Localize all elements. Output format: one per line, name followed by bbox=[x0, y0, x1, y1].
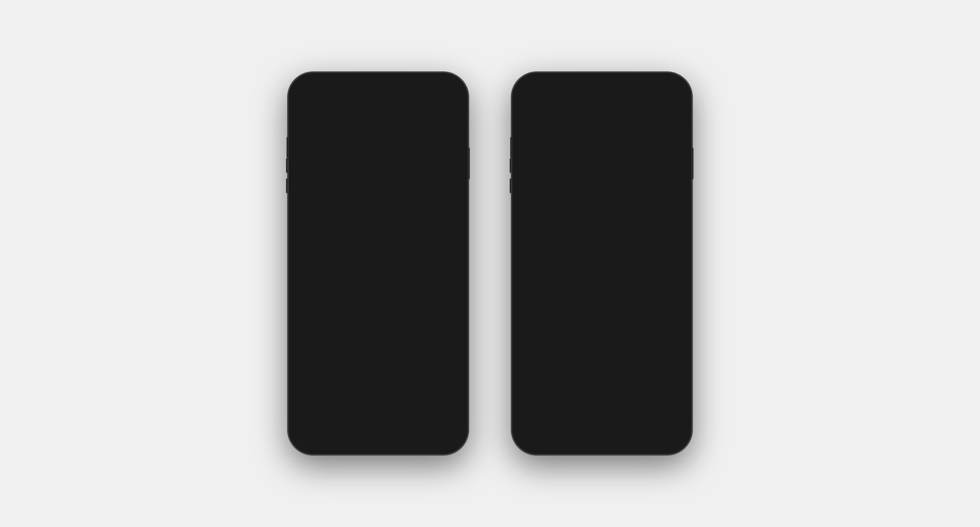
battery-icon-2 bbox=[654, 87, 666, 93]
player-ability-header-2: Player Ability Comparisons bbox=[516, 140, 688, 161]
list-item[interactable]: LPGA TOUR - Top 25 Players bbox=[296, 408, 464, 432]
list-item[interactable]: Female D1 College bbox=[520, 261, 688, 285]
item-label: LPGA TOUR - Top 25 Players bbox=[306, 415, 411, 424]
bottom-sheet-1[interactable]: ✕ TOUR - Top 25 Players TOUR - Average ✓… bbox=[296, 175, 464, 447]
item-label: Female 10 Handicap bbox=[529, 366, 603, 375]
display-prefs-title-1: Display Preferences bbox=[301, 126, 455, 138]
list-item[interactable]: Male 15 Handicap bbox=[296, 383, 464, 408]
item-label: Female D1 College bbox=[529, 268, 598, 277]
home-indicator-1 bbox=[356, 438, 409, 440]
wifi-icon-1: ⌘ bbox=[421, 86, 428, 94]
item-label: Male Plus Handicap bbox=[306, 293, 377, 302]
display-prefs-header-1: Display Preferences bbox=[292, 118, 464, 145]
sheet-handle-1 bbox=[373, 180, 392, 183]
back-button-2[interactable]: ‹ Back bbox=[524, 104, 544, 113]
list-item[interactable]: TOUR - Average ✓ bbox=[296, 212, 464, 236]
nav-bar-1: ‹ Back ⌕ ⊙ 🔔 ⊕ bbox=[292, 100, 464, 118]
list-item[interactable]: TOUR - Average bbox=[520, 408, 688, 432]
nav-icons-2: ⌕ ⊙ 🔔 ⊕ bbox=[630, 104, 680, 113]
player-ability-header-1: Player Ability Comparisons bbox=[292, 145, 464, 167]
item-label: Male D1 College - Top 25 Players bbox=[306, 244, 424, 253]
status-icons-2: ⌘ 84 bbox=[633, 86, 675, 94]
list-item[interactable]: Female 10 Handicap bbox=[520, 359, 688, 383]
item-label: Male 15 Handicap bbox=[306, 391, 370, 400]
list-item[interactable]: Female Plus Handicap bbox=[520, 285, 688, 310]
display-prefs-header-2: Display Preferences bbox=[516, 118, 688, 139]
back-button-1[interactable]: ‹ Back bbox=[300, 104, 321, 113]
list-item[interactable]: LPGA TOUR - Average ✓ bbox=[520, 212, 688, 236]
item-label: Male 5 Handicap bbox=[306, 342, 366, 351]
dynamic-island-1 bbox=[354, 81, 402, 94]
vol-buttons-left bbox=[286, 158, 288, 199]
wifi-icon-2: ⌘ bbox=[644, 86, 651, 94]
sheet-list-2: LPGA TOUR - Top 25 Players LPGA TOUR - A… bbox=[520, 187, 688, 432]
back-chevron-2: ‹ bbox=[524, 104, 527, 113]
list-item[interactable]: LPGA TOUR - Top 25 Players bbox=[520, 187, 688, 212]
list-item[interactable]: Male D1 College bbox=[296, 261, 464, 285]
list-item[interactable]: TOUR - Top 25 Players bbox=[520, 383, 688, 408]
battery-icon-1 bbox=[430, 87, 443, 93]
vol-buttons-left-2 bbox=[510, 158, 511, 199]
sheet-handle-area-2: ✕ bbox=[520, 175, 688, 187]
home-indicator-area-1 bbox=[296, 432, 464, 447]
bottom-sheet-2[interactable]: ✕ LPGA TOUR - Top 25 Players LPGA TOUR -… bbox=[520, 175, 688, 447]
home-indicator-area-2 bbox=[520, 432, 688, 447]
list-item[interactable]: Female Scratch Handicap bbox=[520, 310, 688, 334]
battery-label-1: 86 bbox=[445, 87, 452, 93]
item-label: TOUR - Top 25 Players bbox=[529, 391, 612, 400]
item-label: TOUR - Average bbox=[529, 415, 588, 424]
item-label: Male D1 College bbox=[306, 268, 365, 277]
item-label: Female D1 College - Top 25 Players bbox=[529, 244, 658, 253]
display-prefs-title-2: Display Preferences bbox=[525, 125, 679, 138]
sheet-list-1: TOUR - Top 25 Players TOUR - Average ✓ M… bbox=[296, 187, 464, 432]
dynamic-island-2 bbox=[578, 81, 626, 94]
phone-2-screen: 10:19 ⌘ 84 bbox=[516, 76, 688, 451]
item-label: Female Scratch Handicap bbox=[529, 317, 622, 326]
list-item[interactable]: Male Scratch Handicap bbox=[296, 310, 464, 334]
list-item[interactable]: Male 10 Handicap bbox=[296, 359, 464, 383]
list-item[interactable]: Female 5 Handicap bbox=[520, 334, 688, 359]
phone-1: 10:09 ⌘ 86 bbox=[288, 72, 469, 455]
back-label-2: Back bbox=[529, 105, 544, 113]
status-time-1: 10:09 bbox=[305, 86, 324, 94]
island-indicator-2 bbox=[618, 86, 622, 89]
sheet-handle-area-1: ✕ bbox=[296, 175, 464, 187]
phone-2: 10:19 ⌘ 84 bbox=[511, 72, 692, 455]
list-item[interactable]: Female D1 College - Top 25 Players bbox=[520, 236, 688, 261]
list-item[interactable]: Male D1 College - Top 25 Players bbox=[296, 236, 464, 261]
status-time-2: 10:19 bbox=[528, 86, 548, 94]
list-item[interactable]: Male Plus Handicap bbox=[296, 285, 464, 310]
bell-icon-2[interactable]: 🔔 bbox=[657, 104, 666, 113]
bell-icon-1[interactable]: 🔔 bbox=[433, 104, 442, 113]
sheet-close-btn-1[interactable]: ✕ bbox=[448, 175, 461, 187]
search-icon-1[interactable]: ⌕ bbox=[406, 104, 412, 113]
person-icon-1[interactable]: ⊙ bbox=[419, 104, 426, 113]
island-camera-1 bbox=[388, 86, 393, 90]
plus-menu-icon-2[interactable]: ⊕ bbox=[673, 104, 680, 113]
sheet-handle-2 bbox=[597, 180, 616, 183]
item-label: Female 5 Handicap bbox=[529, 342, 599, 351]
checkmark-icon: ✓ bbox=[676, 220, 683, 228]
back-label-1: Back bbox=[305, 105, 321, 113]
plus-menu-icon-1[interactable]: ⊕ bbox=[450, 104, 456, 113]
island-indicator-1 bbox=[395, 86, 398, 89]
item-label: LPGA TOUR - Average bbox=[529, 219, 611, 228]
signal-icon-1 bbox=[409, 87, 418, 93]
status-icons-1: ⌘ 86 bbox=[409, 86, 452, 94]
checkmark-icon: ✓ bbox=[453, 220, 459, 228]
nav-icons-1: ⌕ ⊙ 🔔 ⊕ bbox=[406, 104, 456, 113]
search-icon-2[interactable]: ⌕ bbox=[630, 104, 635, 113]
list-item[interactable]: TOUR - Top 25 Players bbox=[296, 187, 464, 212]
signal-icon-2 bbox=[633, 87, 642, 93]
status-bar-2: 10:19 ⌘ 84 bbox=[516, 76, 688, 100]
item-label: Female Plus Handicap bbox=[529, 293, 610, 302]
nav-bar-2: ‹ Back ⌕ ⊙ 🔔 ⊕ bbox=[516, 100, 688, 118]
list-item[interactable]: Male 5 Handicap bbox=[296, 334, 464, 359]
item-label: TOUR - Average bbox=[306, 219, 364, 228]
player-ability-title-2: Player Ability Comparisons bbox=[525, 145, 679, 156]
home-indicator-2 bbox=[579, 438, 633, 440]
person-icon-2[interactable]: ⊙ bbox=[643, 104, 649, 113]
item-label: LPGA TOUR - Top 25 Players bbox=[529, 195, 635, 204]
sheet-close-btn-2[interactable]: ✕ bbox=[672, 175, 685, 187]
island-camera-2 bbox=[612, 86, 616, 90]
